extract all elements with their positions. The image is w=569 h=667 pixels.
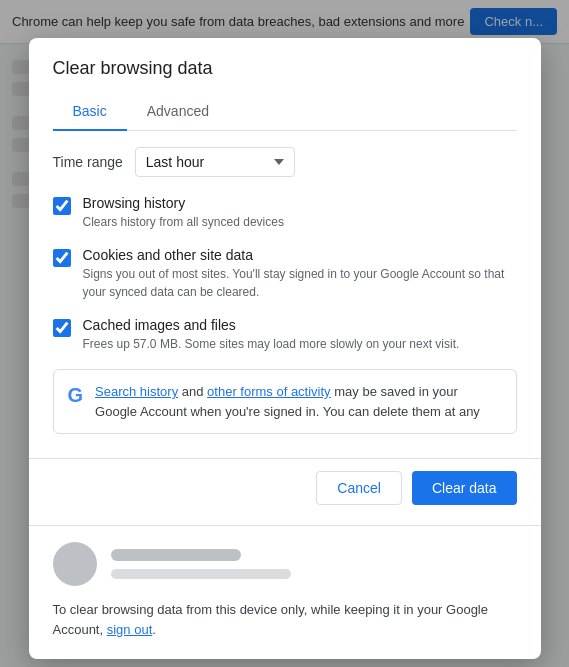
browsing-history-desc: Clears history from all synced devices xyxy=(83,213,284,231)
cookies-title: Cookies and other site data xyxy=(83,247,517,263)
cached-checkbox[interactable] xyxy=(53,319,71,337)
avatar xyxy=(53,542,97,586)
avatar-lines xyxy=(111,549,291,579)
cookies-text: Cookies and other site data Signs you ou… xyxy=(83,247,517,301)
cookies-desc: Signs you out of most sites. You'll stay… xyxy=(83,265,517,301)
browsing-history-checkbox[interactable] xyxy=(53,197,71,215)
signout-period: . xyxy=(152,622,156,637)
browsing-history-checkbox-wrap xyxy=(53,197,71,218)
info-and-text: and xyxy=(178,384,207,399)
dialog-header: Clear browsing data Basic Advanced xyxy=(29,38,541,131)
clear-browsing-data-dialog: Clear browsing data Basic Advanced Time … xyxy=(29,38,541,659)
info-box-text: Search history and other forms of activi… xyxy=(95,382,501,421)
other-forms-link[interactable]: other forms of activity xyxy=(207,384,331,399)
avatar-line-2 xyxy=(111,569,291,579)
google-g-icon: G xyxy=(68,384,84,407)
cookies-checkbox[interactable] xyxy=(53,249,71,267)
cached-desc: Frees up 57.0 MB. Some sites may load mo… xyxy=(83,335,460,353)
avatar-line-1 xyxy=(111,549,241,561)
browsing-history-title: Browsing history xyxy=(83,195,284,211)
dialog-title: Clear browsing data xyxy=(53,58,517,79)
dialog-footer: Cancel Clear data xyxy=(29,458,541,525)
google-account-info-box: G Search history and other forms of acti… xyxy=(53,369,517,434)
cached-item: Cached images and files Frees up 57.0 MB… xyxy=(53,317,517,353)
signout-link[interactable]: sign out xyxy=(107,622,153,637)
clear-data-button[interactable]: Clear data xyxy=(412,471,517,505)
browsing-history-item: Browsing history Clears history from all… xyxy=(53,195,517,231)
signout-text: To clear browsing data from this device … xyxy=(53,600,517,639)
dialog-body: Time range Last hour Last 24 hours Last … xyxy=(29,131,541,458)
tabs-container: Basic Advanced xyxy=(53,93,517,131)
cached-title: Cached images and files xyxy=(83,317,460,333)
cookies-item: Cookies and other site data Signs you ou… xyxy=(53,247,517,301)
cookies-checkbox-wrap xyxy=(53,249,71,270)
cached-checkbox-wrap xyxy=(53,319,71,340)
time-range-select[interactable]: Last hour Last 24 hours Last 7 days Last… xyxy=(135,147,295,177)
time-range-label: Time range xyxy=(53,154,123,170)
avatar-row xyxy=(53,542,517,586)
time-range-row: Time range Last hour Last 24 hours Last … xyxy=(53,147,517,177)
modal-overlay: Clear browsing data Basic Advanced Time … xyxy=(0,0,569,667)
tab-basic[interactable]: Basic xyxy=(53,93,127,131)
cancel-button[interactable]: Cancel xyxy=(316,471,402,505)
bottom-section: To clear browsing data from this device … xyxy=(29,525,541,659)
browsing-history-text: Browsing history Clears history from all… xyxy=(83,195,284,231)
tab-advanced[interactable]: Advanced xyxy=(127,93,229,131)
search-history-link[interactable]: Search history xyxy=(95,384,178,399)
cached-text: Cached images and files Frees up 57.0 MB… xyxy=(83,317,460,353)
